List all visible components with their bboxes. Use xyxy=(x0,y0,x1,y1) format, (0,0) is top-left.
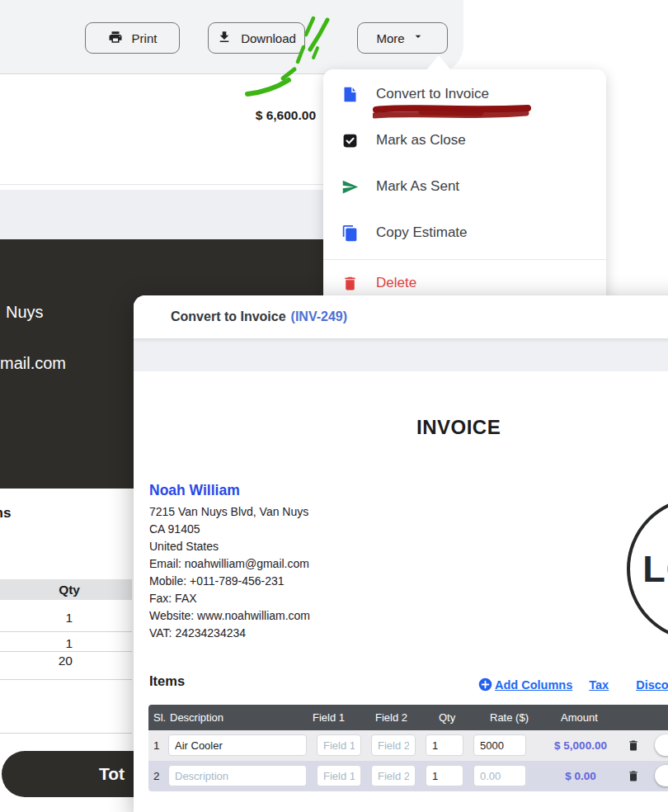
estimate-qty-value: 1 xyxy=(0,611,73,626)
estimate-total-amount: $ 6,600.00 xyxy=(238,108,316,123)
modal-invoice-number: (INV-249) xyxy=(291,309,347,324)
modal-title-text: Convert to Invoice xyxy=(171,309,286,324)
row-action-handle[interactable] xyxy=(655,734,668,756)
estimate-items-heading-clipped: Items xyxy=(0,505,11,522)
menu-item-label: Delete xyxy=(376,275,416,291)
logo-text: LOGO xyxy=(634,548,668,591)
chevron-down-icon xyxy=(412,30,429,47)
copy-icon xyxy=(341,224,359,242)
printer-icon xyxy=(108,30,125,47)
modal-toolbar-band xyxy=(134,338,668,371)
row-divider xyxy=(0,651,132,652)
menu-item-mark-as-close[interactable]: Mark as Close xyxy=(323,117,606,163)
rate-input[interactable] xyxy=(473,765,526,786)
menu-item-label: Convert to Invoice xyxy=(376,86,489,102)
download-icon xyxy=(217,30,234,47)
invoice-document-heading: INVOICE xyxy=(416,416,501,439)
customer-vat-line: VAT: 24234234234 xyxy=(149,625,310,642)
download-button[interactable]: Download xyxy=(208,22,305,54)
more-button-label: More xyxy=(376,31,404,45)
menu-caret xyxy=(426,55,451,70)
delete-row-trash-icon[interactable] xyxy=(627,739,640,753)
discount-link[interactable]: Discount xyxy=(636,678,668,692)
document-icon xyxy=(341,86,359,103)
clipped-email-text: mail.com xyxy=(0,354,66,373)
checkbox-icon xyxy=(341,132,359,149)
column-header-qty: Qty xyxy=(439,705,455,730)
field1-input[interactable] xyxy=(317,765,361,786)
qty-input[interactable] xyxy=(426,734,463,756)
menu-item-label: Mark as Close xyxy=(376,132,466,149)
print-button-label: Print xyxy=(132,31,158,45)
customer-website-line: Website: www.noahwilliam.com xyxy=(149,607,310,625)
clipped-address-text: Nuys xyxy=(6,303,44,322)
item-row-2: 2 $ 0.00 xyxy=(148,761,668,791)
modal-header: Convert to Invoice (INV-249) xyxy=(134,295,668,338)
items-section-heading: Items xyxy=(149,673,185,689)
menu-item-copy-estimate[interactable]: Copy Estimate xyxy=(323,210,606,256)
trash-icon xyxy=(341,275,359,292)
column-header-field2: Field 2 xyxy=(375,705,407,730)
row-amount: $ 5,000.00 xyxy=(543,730,619,761)
more-button[interactable]: More xyxy=(357,22,448,54)
download-button-label: Download xyxy=(241,31,296,45)
qty-input[interactable] xyxy=(426,765,463,786)
row-serial-number: 1 xyxy=(153,730,160,761)
estimate-qty-column-header: Qty xyxy=(0,579,132,600)
print-button[interactable]: Print xyxy=(85,22,180,54)
item-row-1: 1 $ 5,000.00 xyxy=(148,730,668,761)
modal-title: Convert to Invoice (INV-249) xyxy=(171,309,347,324)
add-columns-link[interactable]: Add Columns xyxy=(495,678,572,692)
send-icon xyxy=(341,178,359,196)
items-links-row: Add Columns Tax Discount xyxy=(478,677,668,692)
column-header-rate: Rate ($) xyxy=(490,705,529,730)
customer-name[interactable]: Noah William xyxy=(149,482,310,499)
row-serial-number: 2 xyxy=(153,761,160,791)
column-header-amount: Amount xyxy=(561,705,598,730)
tax-link[interactable]: Tax xyxy=(589,678,609,692)
customer-mobile-line: Mobile: +011-789-456-231 xyxy=(149,573,310,590)
field1-input[interactable] xyxy=(317,734,361,756)
customer-fax-line: Fax: FAX xyxy=(149,590,310,607)
delete-row-trash-icon[interactable] xyxy=(627,769,640,783)
field2-input[interactable] xyxy=(371,765,416,786)
customer-address-line: United States xyxy=(149,538,310,555)
menu-item-convert-to-invoice[interactable]: Convert to Invoice xyxy=(323,71,606,117)
estimate-qty-value: 20 xyxy=(0,654,73,668)
menu-item-label: Mark As Sent xyxy=(376,178,459,195)
row-amount: $ 0.00 xyxy=(543,761,619,791)
estimate-qty-value: 1 xyxy=(0,636,73,651)
customer-details-block: Noah William 7215 Van Nuys Blvd, Van Nuy… xyxy=(149,482,310,642)
add-circle-icon[interactable] xyxy=(478,677,492,692)
total-button-label: Tot xyxy=(99,751,125,797)
row-divider xyxy=(0,733,132,734)
description-input[interactable] xyxy=(168,734,307,756)
convert-to-invoice-modal: Convert to Invoice (INV-249) INVOICE Noa… xyxy=(134,295,668,812)
column-header-field1: Field 1 xyxy=(313,705,345,730)
menu-item-label: Copy Estimate xyxy=(376,224,468,241)
menu-item-mark-as-sent[interactable]: Mark As Sent xyxy=(323,163,606,210)
row-divider xyxy=(0,679,132,680)
more-dropdown-menu: Convert to Invoice Mark as Close Mark As… xyxy=(323,69,606,317)
field2-input[interactable] xyxy=(371,734,416,756)
row-action-handle[interactable] xyxy=(655,765,668,786)
column-header-description: Description xyxy=(170,705,223,730)
customer-email-line: Email: noahwilliam@gmail.com xyxy=(149,555,310,573)
items-table-header: Sl. Description Field 1 Field 2 Qty Rate… xyxy=(148,705,668,730)
invoice-items-table: Sl. Description Field 1 Field 2 Qty Rate… xyxy=(148,705,668,791)
rate-input[interactable] xyxy=(473,734,526,756)
column-header-sl: Sl. xyxy=(153,705,166,730)
row-divider xyxy=(0,631,132,632)
description-input[interactable] xyxy=(168,765,307,786)
customer-address-line: CA 91405 xyxy=(149,521,310,538)
company-logo: LOGO xyxy=(627,497,668,641)
customer-address-line: 7215 Van Nuys Blvd, Van Nuys xyxy=(149,503,310,521)
